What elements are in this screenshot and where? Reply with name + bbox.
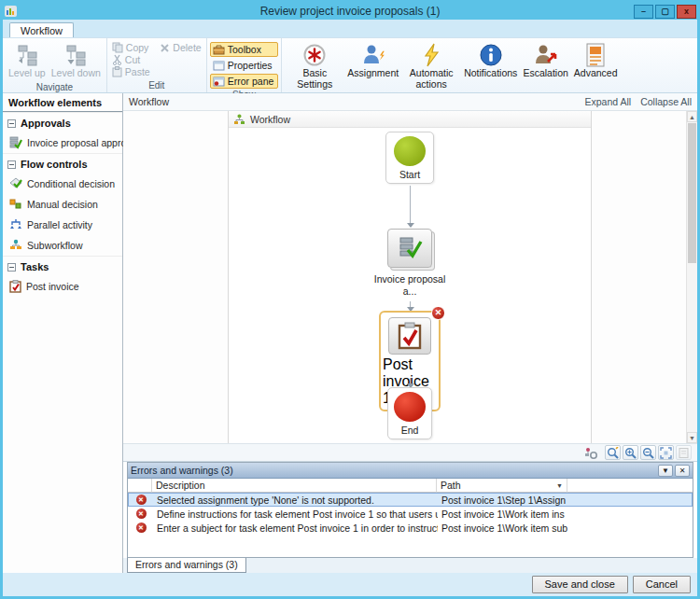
basic-settings-icon	[302, 42, 327, 68]
error-icon: ✕	[136, 495, 147, 505]
start-node[interactable]: Start	[385, 132, 434, 184]
page-view-icon[interactable]	[676, 445, 692, 460]
level-up-button[interactable]: Level up	[6, 40, 49, 81]
error-pane-icon	[213, 77, 225, 87]
error-row[interactable]: ✕ Enter a subject for task element Post …	[128, 521, 693, 535]
path-column-header[interactable]: Path▼	[437, 479, 567, 493]
palette-item-subworkflow[interactable]: Subworkflow	[3, 235, 122, 256]
properties-toggle-button[interactable]: Properties	[210, 58, 279, 73]
approval-node-icon	[397, 236, 423, 260]
ribbon-group-show: Toolbox Properties Error pane Show	[207, 38, 283, 92]
basic-settings-button[interactable]: Basic Settings	[285, 40, 344, 91]
ribbon-tab-row: Workflow	[3, 20, 697, 37]
interactive-zoom-icon[interactable]	[605, 445, 621, 460]
level-up-icon	[16, 42, 38, 68]
error-badge-icon: ✕	[431, 306, 445, 320]
delete-button[interactable]: Delete	[158, 42, 203, 53]
ribbon: Workflow Level up Level down	[3, 20, 697, 93]
workflow-icon	[233, 114, 245, 125]
maximize-button[interactable]: ▢	[655, 5, 675, 19]
approval-node[interactable]	[387, 229, 432, 268]
titlebar[interactable]: Review project invoice proposals (1) – ▢…	[3, 3, 697, 20]
palette-item-post-invoice[interactable]: Post invoice	[3, 276, 122, 297]
escalation-icon	[534, 42, 558, 68]
cut-icon	[112, 54, 122, 65]
close-button[interactable]: x	[677, 5, 696, 19]
workflow-canvas[interactable]: Workflow Start Invoice proposal a...	[123, 111, 697, 443]
connector-approval-to-task	[410, 301, 411, 311]
ribbon-body: Level up Level down Navigate	[3, 37, 697, 93]
assignment-button[interactable]: Assignment	[344, 40, 401, 81]
error-row[interactable]: ✕ Define instructions for task element P…	[128, 507, 693, 521]
errors-panel-header: Errors and warnings (3) ▼ ✕	[128, 463, 693, 479]
errors-table-header: Description Path▼	[128, 479, 693, 493]
automatic-actions-button[interactable]: Automatic actions	[401, 40, 461, 91]
workflow-editor-window: Review project invoice proposals (1) – ▢…	[0, 0, 700, 599]
errors-and-warnings-panel: Errors and warnings (3) ▼ ✕ Description …	[127, 462, 693, 558]
palette-item-conditional-decision[interactable]: Conditional decision	[3, 174, 122, 194]
ribbon-group-navigate: Level up Level down Navigate	[3, 38, 107, 92]
level-up-label: Level up	[8, 68, 46, 79]
start-node-icon	[394, 136, 426, 166]
minimize-button[interactable]: –	[634, 5, 653, 19]
delete-icon	[160, 43, 170, 53]
automatic-actions-icon	[419, 42, 443, 68]
notifications-button[interactable]: Notifications	[461, 40, 520, 81]
section-flow-controls[interactable]: Flow controls	[3, 153, 122, 174]
edit-group-label: Edit	[110, 79, 203, 92]
scroll-up-arrow-icon[interactable]: ▲	[687, 111, 697, 122]
navigate-group-label: Navigate	[6, 81, 104, 94]
toolbox-toggle-button[interactable]: Toolbox	[210, 42, 279, 57]
bottom-tab-strip: Errors and warnings (3)	[123, 558, 697, 573]
copy-icon	[112, 42, 123, 53]
collapse-icon[interactable]	[7, 160, 16, 169]
zoom-out-icon[interactable]	[640, 445, 656, 460]
cut-button[interactable]: Cut	[110, 54, 142, 65]
paste-button[interactable]: Paste	[110, 66, 152, 77]
post-invoice-node-icon	[398, 322, 422, 350]
errors-panel-title: Errors and warnings (3)	[131, 465, 656, 476]
end-node[interactable]: End	[387, 387, 432, 439]
save-and-close-button[interactable]: Save and close	[532, 576, 628, 593]
properties-icon	[213, 61, 225, 71]
canvas-toolbar	[123, 443, 697, 462]
canvas-pane-title: Workflow	[129, 96, 169, 107]
tab-workflow[interactable]: Workflow	[9, 22, 74, 37]
connector-task-to-end	[410, 378, 411, 387]
palette-item-manual-decision[interactable]: Manual decision	[3, 194, 122, 215]
workflow-container-header: Workflow	[229, 111, 591, 128]
level-down-button[interactable]: Level down	[49, 40, 104, 81]
error-row[interactable]: ✕ Selected assignment type 'None' is not…	[128, 493, 693, 507]
error-pane-toggle-button[interactable]: Error pane	[210, 74, 279, 89]
canvas-vertical-scrollbar[interactable]: ▲ ▼	[686, 111, 697, 443]
palette-item-parallel-activity[interactable]: Parallel activity	[3, 215, 122, 235]
fit-to-window-icon[interactable]	[658, 445, 674, 460]
scrollbar-thumb[interactable]	[688, 123, 696, 263]
advanced-button[interactable]: Advanced	[571, 40, 621, 81]
palette-item-invoice-proposal-approval[interactable]: Invoice proposal approval	[3, 132, 122, 153]
workflow-container[interactable]: Workflow Start Invoice proposal a...	[228, 111, 592, 443]
tab-errors-and-warnings[interactable]: Errors and warnings (3)	[127, 558, 246, 573]
conditional-decision-icon	[9, 177, 22, 190]
path-filter-icon[interactable]: ▼	[556, 482, 563, 489]
zoom-in-icon[interactable]	[623, 445, 638, 460]
scroll-down-arrow-icon[interactable]: ▼	[687, 432, 697, 443]
icon-column-header[interactable]	[128, 479, 152, 493]
cancel-button[interactable]: Cancel	[633, 576, 691, 593]
collapse-all-link[interactable]: Collapse All	[640, 96, 692, 107]
section-tasks[interactable]: Tasks	[3, 256, 122, 276]
section-approvals[interactable]: Approvals	[3, 112, 122, 132]
description-column-header[interactable]: Description	[152, 479, 437, 493]
copy-button[interactable]: Copy	[110, 42, 151, 53]
workflow-elements-panel: Workflow elements Approvals Invoice prop…	[3, 93, 123, 573]
layout-settings-icon[interactable]	[582, 445, 598, 460]
errors-panel-close-button[interactable]: ✕	[675, 465, 690, 477]
escalation-button[interactable]: Escalation	[520, 40, 570, 81]
collapse-icon[interactable]	[7, 119, 16, 128]
collapse-icon[interactable]	[7, 263, 16, 272]
expand-all-link[interactable]: Expand All	[585, 96, 632, 107]
notifications-icon	[479, 42, 503, 68]
errors-panel-menu-button[interactable]: ▼	[658, 465, 673, 477]
empty-column-header	[567, 479, 693, 493]
error-icon: ✕	[136, 508, 147, 519]
